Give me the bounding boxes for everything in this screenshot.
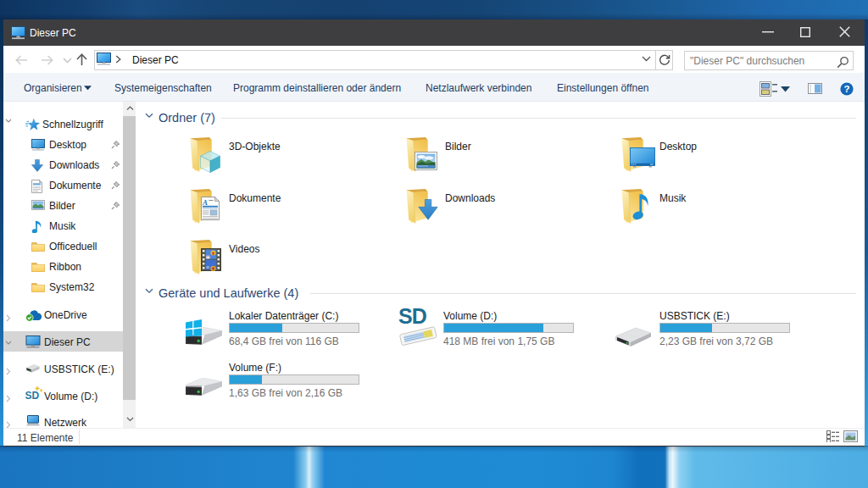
svg-text:SD: SD <box>25 390 40 401</box>
svg-text:?: ? <box>843 84 849 94</box>
svg-text:A: A <box>202 198 208 207</box>
